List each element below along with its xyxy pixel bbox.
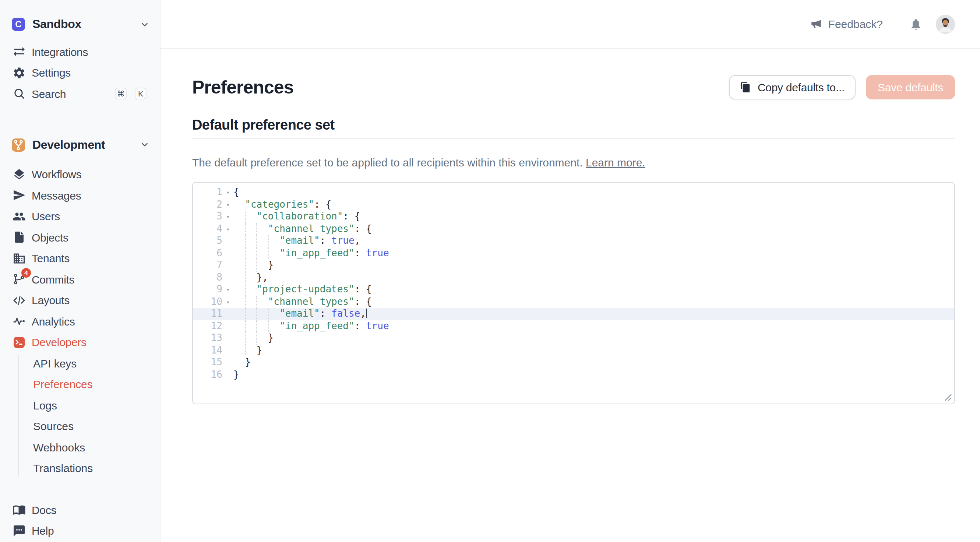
fold-spacer xyxy=(222,235,234,247)
sidebar-item-label: Logs xyxy=(33,399,57,412)
sidebar-item-layouts[interactable]: Layouts xyxy=(0,290,160,311)
line-number: 2 xyxy=(193,198,222,210)
sidebar-item-webhooks[interactable]: Webhooks xyxy=(0,437,160,458)
document-icon xyxy=(13,231,26,244)
fold-arrow-icon[interactable]: ▾ xyxy=(222,187,234,198)
fold-spacer xyxy=(222,332,234,344)
line-number: 6 xyxy=(193,247,222,259)
line-number: 15 xyxy=(193,356,222,368)
fold-spacer xyxy=(222,320,234,332)
editor-line-6[interactable]: 6"in_app_feed": true xyxy=(193,247,954,259)
editor-line-11[interactable]: 11"email": false, xyxy=(193,308,954,320)
sidebar-item-sources[interactable]: Sources xyxy=(0,416,160,437)
save-defaults-button[interactable]: Save defaults xyxy=(866,75,955,99)
fold-arrow-icon[interactable]: ▾ xyxy=(222,210,234,223)
editor-line-12[interactable]: 12"in_app_feed": true xyxy=(193,320,954,332)
sidebar-item-objects[interactable]: Objects xyxy=(0,227,160,248)
learn-more-link[interactable]: Learn more. xyxy=(586,156,645,169)
shortcut-k-key: K xyxy=(135,88,146,100)
sidebar-item-settings[interactable]: Settings xyxy=(0,62,160,83)
sidebar-item-label: Sources xyxy=(33,420,74,433)
fold-arrow-icon[interactable]: ▾ xyxy=(222,223,234,235)
code-text: "project-updates": { xyxy=(234,284,954,296)
code-text: "collaboration": { xyxy=(234,210,954,223)
code-text: "in_app_feed": true xyxy=(234,247,954,259)
editor-line-13[interactable]: 13} xyxy=(193,332,954,344)
sidebar: C Sandbox Integrations Settings xyxy=(0,0,161,542)
preferences-page: Preferences Copy defaults to... Save def… xyxy=(161,49,980,404)
code-text: "channel_types": { xyxy=(234,223,954,235)
line-number: 16 xyxy=(193,368,222,381)
editor-line-2[interactable]: 2▾"categories": { xyxy=(193,198,954,210)
editor-line-16[interactable]: 16} xyxy=(193,368,954,381)
sidebar-item-label: Preferences xyxy=(33,378,93,391)
sidebar-item-label: Users xyxy=(32,210,146,223)
sidebar-item-search[interactable]: Search ⌘ K xyxy=(0,83,160,104)
environment-switcher[interactable]: Development xyxy=(12,135,150,154)
editor-line-1[interactable]: 1▾{ xyxy=(193,187,954,198)
workspace-logo: C xyxy=(12,18,25,31)
sidebar-item-label: Workflows xyxy=(32,168,146,181)
sidebar-item-translations[interactable]: Translations xyxy=(0,458,160,479)
line-number: 14 xyxy=(193,344,222,356)
layers-icon xyxy=(13,168,26,181)
workspace-name: Sandbox xyxy=(32,18,132,31)
fold-arrow-icon[interactable]: ▾ xyxy=(222,284,234,296)
fold-spacer xyxy=(222,259,234,271)
user-avatar[interactable] xyxy=(936,14,955,33)
sidebar-item-integrations[interactable]: Integrations xyxy=(0,41,160,62)
sidebar-item-workflows[interactable]: Workflows xyxy=(0,164,160,185)
editor-line-8[interactable]: 8}, xyxy=(193,271,954,284)
branch-icon: 4 xyxy=(13,273,26,286)
line-number: 3 xyxy=(193,210,222,223)
feedback-button[interactable]: Feedback? xyxy=(810,18,883,30)
code-text: } xyxy=(234,356,954,368)
sidebar-item-users[interactable]: Users xyxy=(0,206,160,227)
line-number: 5 xyxy=(193,235,222,247)
sidebar-item-label: Objects xyxy=(32,231,146,244)
sidebar-item-docs[interactable]: Docs xyxy=(0,499,160,520)
save-defaults-label: Save defaults xyxy=(878,81,943,94)
sidebar-item-label: Settings xyxy=(32,67,146,79)
editor-line-4[interactable]: 4▾"channel_types": { xyxy=(193,223,954,235)
editor-line-14[interactable]: 14} xyxy=(193,344,954,356)
chevron-down-icon xyxy=(140,140,150,150)
editor-line-15[interactable]: 15} xyxy=(193,356,954,368)
section-title: Default preference set xyxy=(192,117,955,133)
editor-line-10[interactable]: 10▾"channel_types": { xyxy=(193,296,954,308)
line-number: 8 xyxy=(193,271,222,284)
environment-name: Development xyxy=(32,138,132,151)
line-number: 10 xyxy=(193,296,222,308)
sidebar-item-label: API keys xyxy=(33,357,76,370)
sidebar-item-preferences[interactable]: Preferences xyxy=(0,374,160,395)
sidebar-item-label: Webhooks xyxy=(33,441,85,454)
sidebar-item-api-keys[interactable]: API keys xyxy=(0,353,160,374)
fold-arrow-icon[interactable]: ▾ xyxy=(222,296,234,308)
editor-line-9[interactable]: 9▾"project-updates": { xyxy=(193,284,954,296)
code-text: "email": true, xyxy=(234,235,954,247)
sidebar-item-messages[interactable]: Messages xyxy=(0,185,160,206)
sidebar-item-developers[interactable]: Developers xyxy=(0,332,160,353)
sidebar-item-logs[interactable]: Logs xyxy=(0,395,160,416)
line-number: 9 xyxy=(193,284,222,296)
book-icon xyxy=(13,503,26,516)
sidebar-item-commits[interactable]: 4 Commits xyxy=(0,269,160,290)
integrations-icon xyxy=(13,45,26,59)
fold-arrow-icon[interactable]: ▾ xyxy=(222,198,234,210)
line-number: 12 xyxy=(193,320,222,332)
line-number: 7 xyxy=(193,259,222,271)
resize-handle-icon[interactable] xyxy=(944,393,952,401)
preferences-json-editor[interactable]: 1▾{2▾"categories": {3▾"collaboration": {… xyxy=(192,182,955,404)
copy-defaults-button[interactable]: Copy defaults to... xyxy=(729,75,856,99)
section-description: The default preference set to be applied… xyxy=(192,155,955,171)
sidebar-item-tenants[interactable]: Tenants xyxy=(0,248,160,269)
editor-line-7[interactable]: 7} xyxy=(193,259,954,271)
editor-line-5[interactable]: 5"email": true, xyxy=(193,235,954,247)
fold-spacer xyxy=(222,356,234,368)
editor-line-3[interactable]: 3▾"collaboration": { xyxy=(193,210,954,223)
notifications-bell-icon[interactable] xyxy=(909,17,923,30)
app-window: C Sandbox Integrations Settings xyxy=(0,0,980,542)
sidebar-item-help[interactable]: Help xyxy=(0,520,160,541)
workspace-switcher[interactable]: C Sandbox xyxy=(12,15,150,34)
sidebar-item-analytics[interactable]: Analytics xyxy=(0,311,160,332)
